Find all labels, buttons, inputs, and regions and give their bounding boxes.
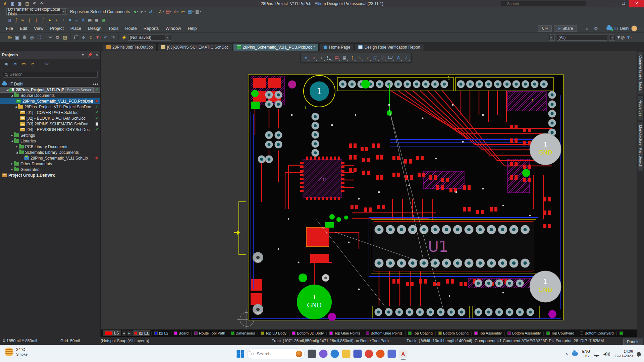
expand-icon[interactable]: ◢ — [10, 94, 14, 97]
align-icon[interactable]: ⁞: — [88, 34, 94, 41]
qfp-component[interactable]: Zn — [300, 157, 344, 200]
filter-zoom-icon[interactable]: ▼◎ — [617, 34, 624, 41]
layer-top-coating[interactable]: Top Coating — [407, 330, 434, 336]
save-to-server-chip[interactable]: Save to Server — [65, 87, 94, 92]
dimension-icon[interactable]: ⌐ — [180, 8, 187, 15]
home-icon[interactable]: ⌂ — [584, 25, 591, 32]
tab-outjob[interactable]: 28Pins JobFile.OutJob — [103, 43, 157, 51]
maximize-button[interactable]: ❐ — [618, 0, 629, 7]
document-icon[interactable]: ▤ — [87, 17, 93, 23]
move-icon[interactable]: ✛ — [80, 34, 87, 41]
arc-icon[interactable]: ◔ — [60, 17, 66, 23]
layer-top-3d-body[interactable]: Top 3D Body — [259, 330, 288, 336]
select-area-icon[interactable] — [73, 34, 79, 41]
panel-pin-icon[interactable]: 📌 — [88, 53, 92, 57]
run-drc-icon[interactable]: ⚡ — [121, 34, 127, 41]
pcb-editor-canvas[interactable]: 1 — [101, 51, 637, 329]
pin-pairs-icon[interactable]: ⋔ — [173, 8, 180, 15]
clock[interactable]: 14:0622-11-2023 — [614, 349, 633, 359]
app-chat[interactable] — [319, 350, 328, 358]
tree-item-other-documents[interactable]: ▸ Other Documents — [0, 161, 100, 167]
forward-icon[interactable]: ► — [140, 8, 147, 15]
toolbar-grip[interactable] — [3, 17, 4, 22]
tree-item-libraries[interactable]: ◢ Libraries — [0, 138, 100, 144]
save-icon[interactable]: ▣ — [9, 1, 15, 6]
app-brave[interactable] — [376, 350, 385, 358]
menu-help[interactable]: Help — [184, 24, 200, 33]
pcb-board[interactable]: 1 — [248, 75, 564, 321]
menu-tools[interactable]: Tools — [105, 24, 122, 33]
menu-design[interactable]: Design — [85, 24, 105, 33]
variant-dropdown[interactable]: ▾ — [549, 34, 555, 41]
layer-bottom-3d-body[interactable]: Bottom 3D Body — [290, 330, 325, 336]
zoom-icon[interactable]: ◎ — [29, 34, 35, 41]
layer-top-assembly[interactable]: Top Assembly — [473, 330, 503, 336]
polygon-icon[interactable]: ◱ — [372, 54, 379, 61]
copy-icon[interactable]: ⧉ — [54, 34, 61, 41]
gnd-pad-top-right[interactable]: 1 GND — [530, 133, 561, 165]
collapse-icon[interactable]: ▸ — [15, 145, 19, 148]
layer-prev-icon[interactable]: ◀ — [122, 330, 126, 336]
tree-item-settings[interactable]: ▸ Settings — [0, 132, 100, 138]
tree-item-project-group[interactable]: Project Group 1.DsnWrk — [0, 172, 100, 178]
layer-bottom-coating[interactable]: Bottom Coating — [437, 330, 470, 336]
scope-combo[interactable]: (All) — [557, 34, 607, 41]
redo-icon[interactable]: ↷ — [39, 1, 45, 6]
via-icon[interactable]: ♀ — [53, 17, 59, 23]
board-insight-icon[interactable]: ▤ — [166, 8, 172, 15]
dimension-tool-icon[interactable]: ∕ — [379, 54, 387, 61]
language-indicator[interactable]: ENGUS — [582, 349, 590, 358]
menu-edit[interactable]: Edit — [16, 24, 31, 33]
layer-top-glue-points[interactable]: Top Glue Points — [328, 330, 362, 336]
menu-window[interactable]: Window — [162, 24, 184, 33]
back-icon[interactable]: ◄ — [132, 8, 139, 15]
via-magenta[interactable] — [548, 310, 556, 318]
minimize-button[interactable]: – — [606, 0, 618, 7]
menu-place[interactable]: Place — [67, 24, 85, 33]
tree-item-schlib[interactable]: 28Pins_Schematic_V1I1.SchLib — [0, 155, 100, 161]
comment-button[interactable]: 🗩+ — [538, 25, 552, 32]
more-options-icon[interactable]: ••• — [93, 82, 98, 86]
filter-dropdown[interactable]: ▾ — [609, 34, 615, 41]
tree-item-cover-page[interactable]: [01] - COVER PAGE.SchDoc ✓ — [0, 110, 100, 115]
filter-icon[interactable]: ▼ — [302, 54, 310, 61]
tab-home-page[interactable]: Home Page — [319, 43, 354, 51]
text-tool-icon[interactable]: A — [395, 54, 402, 61]
menu-view[interactable]: View — [31, 24, 47, 33]
grid-settings-icon[interactable]: ▦ — [188, 8, 195, 15]
user-avatar[interactable] — [631, 25, 637, 32]
paste-icon[interactable]: ▤ — [62, 34, 68, 41]
layer-l2[interactable]: [2] L2 — [153, 330, 170, 336]
toolbar-grip[interactable] — [3, 9, 4, 15]
tab-drv-report[interactable]: Design Rule Verification Report — [355, 43, 424, 51]
clear-filter-icon[interactable]: ▼x — [95, 34, 102, 41]
workspace-name[interactable]: IIT Delhi — [614, 26, 629, 31]
app-notebook[interactable] — [308, 350, 316, 358]
expand-icon[interactable]: ◢ — [10, 139, 14, 142]
layer-next-icon[interactable]: ▶ — [127, 330, 132, 336]
tree-item-revision-history[interactable]: [04] - REVISION HISTORY.SchDoc ✓ — [0, 127, 100, 132]
snap-grid-icon[interactable]: ▩ — [195, 8, 202, 15]
tab-schematic[interactable]: [03]-28PINS SCHEMATIC.SchDoc — [157, 43, 232, 51]
cut-icon[interactable]: ✂ — [47, 34, 54, 41]
layer-bottom-courtyard[interactable]: Bottom Courtyard — [578, 330, 615, 336]
tree-item-block-diagram[interactable]: [02] - BLOCK DIAGRAM.SchDoc ✓ — [0, 115, 100, 121]
route-multi-icon[interactable]: ʃ — [40, 17, 46, 23]
app-file-explorer[interactable] — [342, 350, 351, 358]
line-tool-icon[interactable]: ∕ — [402, 54, 410, 61]
redo2-icon[interactable]: ↷ — [110, 34, 116, 41]
panel-compile-icon[interactable]: ⧉ — [12, 61, 18, 67]
collapse-icon[interactable]: ▸ — [10, 134, 14, 137]
notifications-icon[interactable] — [637, 352, 641, 356]
expand-icon[interactable]: ◢ — [14, 105, 18, 108]
projects-search-input[interactable] — [3, 71, 98, 78]
panel-close-icon[interactable]: ✕ — [96, 53, 98, 57]
snap-magnet-icon[interactable]: ∩ — [310, 54, 317, 61]
via-magenta[interactable] — [288, 80, 296, 88]
layer-l1[interactable]: [1] L1 — [132, 330, 150, 336]
layer-bottom-assembly[interactable]: Bottom Assembly — [506, 330, 542, 336]
undo-icon[interactable]: ↶ — [32, 1, 38, 6]
tree-item-sch-library-docs[interactable]: ◢ Schematic Library Documents — [0, 149, 100, 155]
save-all-icon[interactable]: ▣ — [17, 1, 23, 6]
place-via-icon[interactable]: ♀ — [364, 54, 371, 61]
